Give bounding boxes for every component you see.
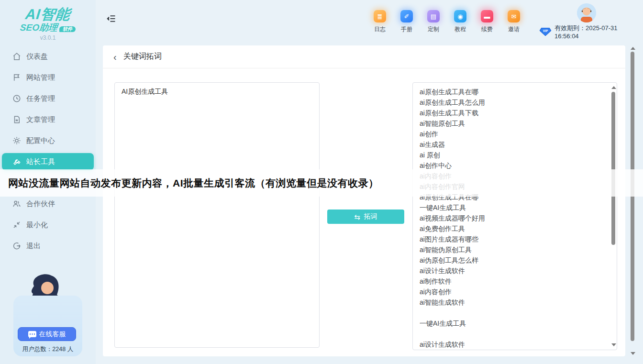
sidebar-collapse-icon[interactable] <box>107 14 116 23</box>
svg-text:VIP: VIP <box>543 29 548 33</box>
toolbar-item-custom[interactable]: ▤ 定制 <box>420 10 447 33</box>
vip-badge-icon: VIP <box>540 28 551 36</box>
keyword-item <box>420 308 604 318</box>
list-scroll-up-icon[interactable] <box>611 86 616 89</box>
expand-keywords-button[interactable]: ⇆ 拓词 <box>327 210 404 224</box>
online-service-button[interactable]: 在线客服 <box>18 327 76 341</box>
minimize-icon <box>12 221 21 229</box>
main-content-card: ‹ 关键词拓词 AI原创生成工具 ⇆ 拓词 ai原创生成工具在哪ai原创生成工具… <box>103 45 625 356</box>
list-scrollbar-thumb[interactable] <box>611 92 615 245</box>
keyword-item <box>420 329 604 339</box>
gear-icon <box>12 136 21 145</box>
sidebar-item-label: 退出 <box>26 242 41 251</box>
keyword-item[interactable]: ai智能伪原创工具 <box>420 244 604 255</box>
user-total-count: 用户总数：2248 人 <box>0 345 96 353</box>
sidebar-item-label: 配置中心 <box>26 136 55 145</box>
swap-arrows-icon: ⇆ <box>354 213 360 221</box>
logo-badge: 软件 <box>59 26 76 33</box>
log-icon: ≣ <box>374 10 386 22</box>
keyword-results-list: ai原创生成工具在哪ai原创生成工具怎么用ai原创生成工具下载ai智能原创工具a… <box>412 82 617 350</box>
page-scroll-down-icon[interactable] <box>631 352 635 355</box>
sidebar-item-config-center[interactable]: 配置中心 <box>2 132 94 149</box>
logo-line1: AI智能 <box>0 7 97 22</box>
page-title-bar: ‹ 关键词拓词 <box>103 45 625 68</box>
keyword-item[interactable]: ai原创生成工具怎么用 <box>420 97 604 108</box>
app-version: v3.0.1 <box>0 35 96 41</box>
keyword-item[interactable]: ai图片生成器有哪些 <box>420 234 604 244</box>
logo-line2: SEO助理 <box>20 23 58 33</box>
custom-icon: ▤ <box>427 10 440 22</box>
keyword-item[interactable]: ai智能原创工具 <box>420 118 604 129</box>
user-avatar[interactable] <box>577 3 596 22</box>
keyword-item[interactable]: ai生成器 <box>420 139 604 150</box>
sidebar-item-label: 站长工具 <box>26 157 55 166</box>
keyword-item[interactable]: ai设计生成软件 <box>420 265 604 276</box>
validity-text: 有效期到：2025-07-31 16:56:04 <box>554 24 643 40</box>
keyword-item[interactable]: ai制作软件 <box>420 276 604 287</box>
sidebar-item-article-management[interactable]: 文章管理 <box>2 111 94 128</box>
site-flag-icon <box>12 73 21 82</box>
list-scroll-down-icon[interactable] <box>611 343 616 346</box>
sidebar-item-label: 任务管理 <box>26 94 55 103</box>
sidebar-item-dashboard[interactable]: 仪表盘 <box>2 48 94 65</box>
keyword-item[interactable]: 一键AI生成工具 <box>420 202 604 213</box>
manual-icon: ✐ <box>400 10 413 22</box>
sidebar-item-label: 文章管理 <box>26 115 55 124</box>
app-logo: AI智能 SEO助理 软件 v3.0.1 <box>0 0 96 41</box>
keyword-item[interactable]: ai创作 <box>420 129 604 139</box>
sidebar-item-minimize[interactable]: 最小化 <box>2 216 94 233</box>
renew-icon: ▬ <box>481 10 493 22</box>
list-scrollbar[interactable] <box>611 85 616 348</box>
page-title: 关键词拓词 <box>123 52 162 62</box>
toolbar-item-invite[interactable]: ✉ 邀请 <box>500 10 527 33</box>
promo-banner-overlay: 网站没流量网站自动发布更新内容，AI批量生成引客流（有浏览量但是没有收录） <box>0 169 643 197</box>
page-scroll-up-icon[interactable] <box>631 47 635 50</box>
sidebar-item-task-management[interactable]: 任务管理 <box>2 90 94 107</box>
invite-icon: ✉ <box>508 10 520 22</box>
sidebar-nav: 仪表盘 网站管理 任务管理 文章管理 配置中心 站长工具 合作伙伴 <box>0 48 96 254</box>
online-service-label: 在线客服 <box>39 330 66 339</box>
keyword-item[interactable]: ai视频生成器哪个好用 <box>420 213 604 223</box>
sidebar-item-label: 网站管理 <box>26 73 55 82</box>
keyword-item[interactable]: ai伪原创工具怎么样 <box>420 255 604 265</box>
sidebar-item-label: 最小化 <box>26 221 48 230</box>
wrench-icon <box>12 157 21 166</box>
keyword-item[interactable]: ai内容创作 <box>420 287 604 297</box>
promo-banner-text: 网站没流量网站自动发布更新内容，AI批量生成引客流（有浏览量但是没有收录） <box>8 176 379 190</box>
keyword-item[interactable]: 一键AI生成工具 <box>420 318 604 329</box>
back-icon[interactable]: ‹ <box>113 52 117 62</box>
document-icon <box>12 115 21 124</box>
toolbar-item-log[interactable]: ≣ 日志 <box>366 10 393 33</box>
clock-icon <box>12 94 21 103</box>
sidebar-item-label: 合作伙伴 <box>26 199 55 209</box>
sidebar-item-site-management[interactable]: 网站管理 <box>2 69 94 86</box>
sidebar-item-webmaster-tools[interactable]: 站长工具 <box>2 153 94 170</box>
keyword-item[interactable]: ai原创生成工具下载 <box>420 108 604 118</box>
keyword-item[interactable]: ai原创生成工具在哪 <box>420 87 604 97</box>
sidebar-item-label: 仪表盘 <box>26 52 48 61</box>
expand-button-label: 拓词 <box>364 212 377 221</box>
chat-bubble-icon <box>28 331 36 337</box>
page-scrollbar[interactable] <box>630 45 635 356</box>
sidebar-item-logout[interactable]: 退出 <box>2 237 94 254</box>
home-icon <box>12 52 21 61</box>
toolbar-item-renew[interactable]: ▬ 续费 <box>474 10 500 33</box>
validity-row: VIP 有效期到：2025-07-31 16:56:04 <box>540 24 643 40</box>
header-toolbar: ≣ 日志 ✐ 手册 ▤ 定制 ◉ 教程 ▬ 续费 ✉ 邀请 <box>366 10 527 33</box>
keyword-input[interactable]: AI原创生成工具 <box>114 82 320 348</box>
keyword-item[interactable]: ai设计生成软件 <box>420 339 604 350</box>
keyword-item[interactable]: ai智能生成软件 <box>420 297 604 308</box>
keyword-item[interactable]: ai 原创 <box>420 150 604 160</box>
logout-icon <box>12 242 21 250</box>
keyword-item[interactable]: ai免费创作工具 <box>420 223 604 234</box>
toolbar-item-manual[interactable]: ✐ 手册 <box>393 10 420 33</box>
toolbar-item-tutorial[interactable]: ◉ 教程 <box>447 10 474 33</box>
partners-icon <box>12 199 21 208</box>
sidebar-item-partners[interactable]: 合作伙伴 <box>2 195 94 212</box>
tutorial-icon: ◉ <box>454 10 466 22</box>
